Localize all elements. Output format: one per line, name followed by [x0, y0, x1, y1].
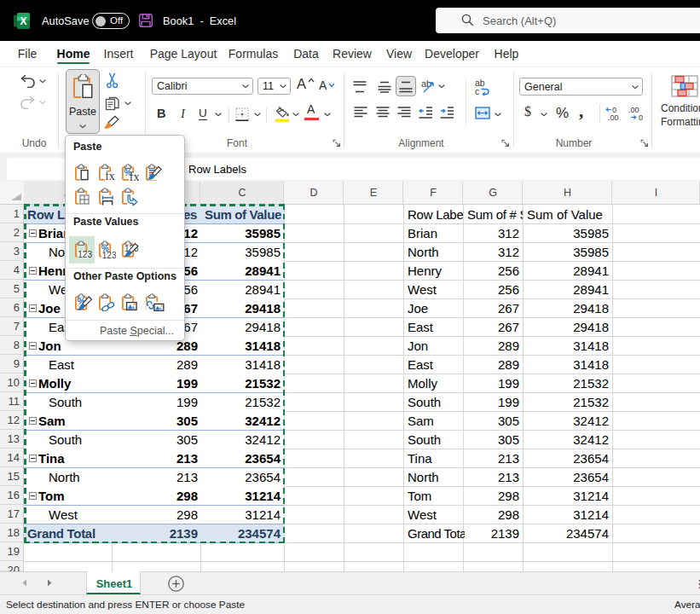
svg-text:.00: .00	[628, 106, 639, 114]
svg-text:123: 123	[78, 250, 92, 258]
svg-text:fx: fx	[105, 170, 115, 182]
svg-text:c: c	[475, 86, 479, 96]
svg-text:123: 123	[102, 251, 116, 259]
svg-text:0: 0	[639, 113, 643, 121]
svg-text:ab: ab	[421, 78, 431, 89]
svg-text:fx: fx	[130, 171, 139, 182]
svg-text:.00: .00	[608, 113, 619, 121]
svg-text:X: X	[20, 15, 26, 27]
